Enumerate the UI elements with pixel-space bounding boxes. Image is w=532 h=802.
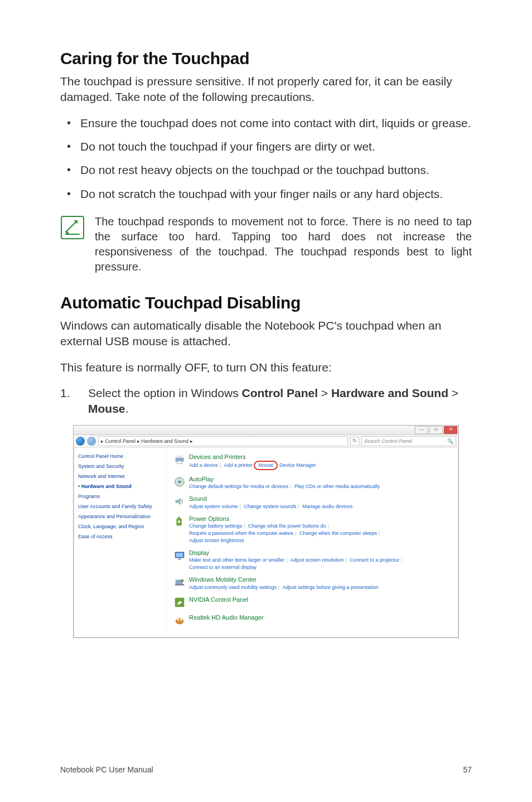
link-power-sleep[interactable]: Change when the computer sleeps (299, 530, 377, 536)
cat-mobility: Windows Mobility Center Adjust commonly … (173, 576, 452, 591)
svg-point-16 (181, 579, 184, 583)
section2-title: Automatic Touchpad Disabling (60, 293, 472, 312)
footer-page-number: 57 (463, 765, 472, 774)
section2-p2: This feature is normally OFF, to turn ON… (60, 360, 472, 375)
link-power-battery[interactable]: Change battery settings (189, 523, 242, 529)
svg-rect-0 (61, 216, 84, 239)
link-add-device[interactable]: Add a device (189, 462, 218, 468)
link-display-external[interactable]: Connect to an external display (189, 564, 257, 570)
cat-devices-title[interactable]: Devices and Printers (189, 453, 452, 461)
svg-rect-3 (177, 461, 182, 464)
sidebar-item-users[interactable]: User Accounts and Family Safety (78, 504, 162, 509)
sidebar-item-programs[interactable]: Programs (78, 494, 162, 499)
cat-power: Power Options Change battery settings| C… (173, 515, 452, 544)
step1-gt2: > (448, 386, 458, 399)
address-bar: ▸ Control Panel ▸ Hardware and Sound ▸ ↻… (74, 435, 458, 448)
step-1: 1. Select the option in Windows Control … (60, 385, 472, 417)
control-panel-window: — ▭ ✕ ▸ Control Panel ▸ Hardware and Sou… (73, 425, 459, 638)
svg-point-20 (180, 619, 182, 621)
link-mobility-adjust[interactable]: Adjust commonly used mobility settings (189, 584, 277, 590)
link-add-printer[interactable]: Add a printer (224, 462, 253, 468)
step1-b3: Mouse (88, 402, 125, 415)
bullet-item: Do not touch the touchpad if your finger… (60, 139, 472, 154)
breadcrumb[interactable]: ▸ Control Panel ▸ Hardware and Sound ▸ (98, 436, 348, 446)
step1-gt1: > (318, 386, 331, 399)
power-icon (173, 515, 186, 528)
section2-p1: Windows can automatically disable the No… (60, 318, 472, 350)
sidebar-item-appearance[interactable]: Appearance and Personalization (78, 514, 162, 519)
cat-nvidia-title[interactable]: NVIDIA Control Panel (189, 596, 452, 603)
realtek-icon (173, 614, 186, 626)
note-text: The touchpad responds to movement not to… (95, 214, 472, 274)
step1-b2: Hardware and Sound (331, 386, 448, 399)
section1-intro: The touchpad is pressure sensitive. If n… (60, 74, 472, 105)
link-sound-volume[interactable]: Adjust system volume (189, 504, 238, 509)
forward-button[interactable] (87, 437, 96, 446)
close-button[interactable]: ✕ (444, 426, 457, 434)
link-autoplay-defaults[interactable]: Change default settings for media or dev… (189, 484, 288, 489)
link-mouse-highlighted[interactable]: Mouse (254, 461, 278, 470)
link-device-manager[interactable]: Device Manager (279, 462, 316, 468)
link-power-password[interactable]: Require a password when the computer wak… (189, 530, 293, 536)
page-footer: Notebook PC User Manual 57 (60, 765, 472, 774)
svg-rect-15 (175, 584, 185, 586)
manual-page: Caring for the Touchpad The touchpad is … (0, 0, 532, 802)
link-autoplay-play[interactable]: Play CDs or other media automatically (294, 484, 380, 489)
titlebar: — ▭ ✕ (74, 426, 458, 435)
printer-icon (173, 453, 186, 466)
cat-autoplay-title[interactable]: AutoPlay (189, 476, 452, 483)
cat-devices: Devices and Printers Add a device| Add a… (173, 453, 452, 470)
note-icon (60, 215, 85, 240)
svg-point-18 (176, 619, 184, 625)
cat-display-title[interactable]: Display (189, 549, 452, 557)
link-sound-manage[interactable]: Manage audio devices (302, 504, 352, 509)
link-mobility-presentation[interactable]: Adjust settings before giving a presenta… (282, 584, 378, 590)
section1-title: Caring for the Touchpad (60, 49, 472, 68)
cat-sound-title[interactable]: Sound (189, 495, 452, 503)
sidebar-item-ease[interactable]: Ease of Access (78, 534, 162, 539)
cat-autoplay: AutoPlay Change default settings for med… (173, 476, 452, 490)
step1-post: . (125, 402, 129, 415)
link-sound-change[interactable]: Change system sounds (244, 504, 296, 509)
minimize-button[interactable]: — (415, 426, 428, 434)
refresh-button[interactable]: ↻ (350, 437, 359, 446)
back-button[interactable] (76, 437, 85, 446)
link-display-projector[interactable]: Connect to a projector (350, 557, 399, 563)
svg-marker-7 (176, 498, 181, 505)
cat-realtek-title[interactable]: Realtek HD Audio Manager (189, 614, 452, 621)
bullet-item: Do not rest heavy objects on the touchpa… (60, 162, 472, 178)
bullet-item: Do not scratch the touchpad with your fi… (60, 186, 472, 202)
display-icon (173, 549, 186, 562)
sidebar-item-home[interactable]: Control Panel Home (78, 453, 162, 459)
sidebar-item-system[interactable]: System and Security (78, 463, 162, 469)
sidebar-item-clock[interactable]: Clock, Language, and Region (78, 524, 162, 529)
link-display-res[interactable]: Adjust screen resolution (290, 557, 344, 563)
cp-sidebar: Control Panel Home System and Security N… (74, 448, 167, 637)
svg-point-19 (177, 619, 179, 621)
steps-list: 1. Select the option in Windows Control … (60, 385, 472, 417)
maximize-button[interactable]: ▭ (429, 426, 443, 434)
svg-rect-12 (176, 553, 183, 557)
link-power-brightness[interactable]: Adjust screen brightness (189, 538, 244, 543)
cat-sound: Sound Adjust system volume| Change syste… (173, 495, 452, 510)
search-placeholder: Search Control Panel (364, 437, 412, 446)
mobility-icon (173, 576, 186, 588)
cat-power-title[interactable]: Power Options (189, 515, 452, 523)
cp-main: Devices and Printers Add a device| Add a… (167, 448, 458, 637)
disc-icon (173, 476, 186, 488)
sidebar-item-network[interactable]: Network and Internet (78, 474, 162, 479)
cat-mobility-title[interactable]: Windows Mobility Center (189, 576, 452, 583)
sidebar-item-hardware[interactable]: Hardware and Sound (78, 484, 162, 489)
nvidia-icon (173, 596, 186, 608)
svg-rect-9 (178, 517, 180, 519)
footer-left: Notebook PC User Manual (60, 765, 153, 774)
sound-icon (173, 495, 186, 508)
section1-bullets: Ensure the touchpad does not come into c… (60, 115, 472, 202)
search-input[interactable]: Search Control Panel 🔍 (361, 436, 456, 446)
cp-body: Control Panel Home System and Security N… (74, 448, 458, 637)
cat-display: Display Make text and other items larger… (173, 549, 452, 571)
link-display-larger[interactable]: Make text and other items larger or smal… (189, 557, 284, 563)
search-icon: 🔍 (447, 437, 453, 446)
cat-nvidia: NVIDIA Control Panel (173, 596, 452, 608)
link-power-buttons[interactable]: Change what the power buttons do (248, 523, 326, 529)
